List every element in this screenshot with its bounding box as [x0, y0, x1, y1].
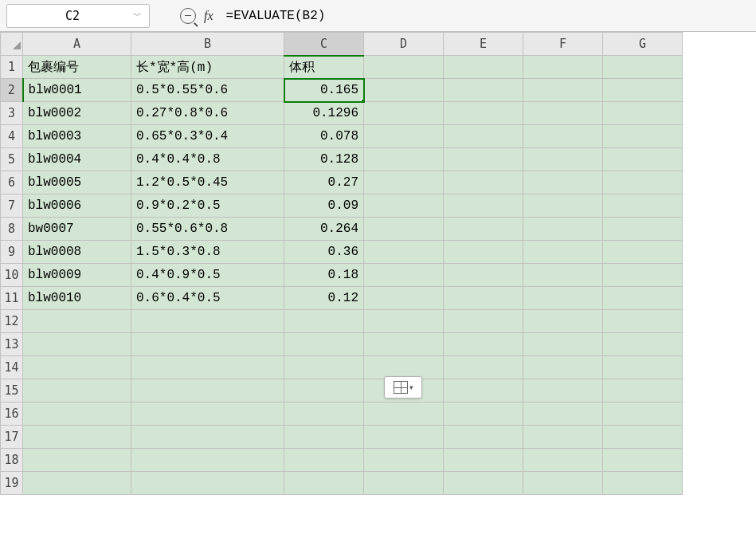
cell-E16[interactable]: [444, 403, 523, 426]
cell-F10[interactable]: [523, 264, 603, 287]
cell-G1[interactable]: [603, 56, 683, 79]
cell-C16[interactable]: [284, 403, 364, 426]
cell-A17[interactable]: [23, 426, 131, 449]
row-header[interactable]: 11: [1, 287, 23, 310]
cell-D18[interactable]: [364, 449, 444, 472]
cell-D19[interactable]: [364, 472, 444, 495]
cell-E17[interactable]: [444, 426, 523, 449]
cell-G10[interactable]: [603, 264, 683, 287]
cell-C5[interactable]: 0.128: [284, 148, 364, 171]
cell-A13[interactable]: [23, 333, 131, 356]
cell-G3[interactable]: [603, 102, 683, 125]
cell-G18[interactable]: [603, 449, 683, 472]
row-header[interactable]: 7: [1, 194, 23, 218]
cell-A6[interactable]: blw0005: [23, 171, 131, 194]
cell-F7[interactable]: [523, 194, 603, 218]
cell-F14[interactable]: [523, 356, 603, 379]
row-header[interactable]: 9: [1, 241, 23, 264]
cell-G5[interactable]: [603, 148, 683, 171]
chevron-down-icon[interactable]: ▾: [409, 383, 413, 391]
cell-D12[interactable]: [364, 310, 444, 333]
fill-handle[interactable]: [361, 99, 364, 102]
cell-C12[interactable]: [284, 310, 364, 333]
cell-C14[interactable]: [284, 356, 364, 379]
row-header[interactable]: 17: [1, 426, 23, 449]
cell-F9[interactable]: [523, 241, 603, 264]
cell-B17[interactable]: [131, 426, 284, 449]
cell-C19[interactable]: [284, 472, 364, 495]
cell-F8[interactable]: [523, 218, 603, 241]
cell-C13[interactable]: [284, 333, 364, 356]
cell-F19[interactable]: [523, 472, 603, 495]
column-header-F[interactable]: F: [523, 33, 603, 56]
cell-A16[interactable]: [23, 403, 131, 426]
cell-A5[interactable]: blw0004: [23, 148, 131, 171]
cell-C18[interactable]: [284, 449, 364, 472]
cell-B13[interactable]: [131, 333, 284, 356]
cell-E2[interactable]: [444, 79, 523, 102]
cell-D3[interactable]: [364, 102, 444, 125]
cell-B18[interactable]: [131, 449, 284, 472]
cell-G6[interactable]: [603, 171, 683, 194]
cell-D9[interactable]: [364, 241, 444, 264]
cell-D2[interactable]: [364, 79, 444, 102]
cell-C2[interactable]: 0.165: [284, 79, 364, 102]
cell-C8[interactable]: 0.264: [284, 218, 364, 241]
cell-A9[interactable]: blw0008: [23, 241, 131, 264]
cell-F1[interactable]: [523, 56, 603, 79]
cell-G4[interactable]: [603, 125, 683, 148]
cell-A10[interactable]: blw0009: [23, 264, 131, 287]
row-header[interactable]: 5: [1, 148, 23, 171]
cell-D6[interactable]: [364, 171, 444, 194]
cell-D10[interactable]: [364, 264, 444, 287]
cell-D7[interactable]: [364, 194, 444, 218]
cell-E4[interactable]: [444, 125, 523, 148]
cell-G9[interactable]: [603, 241, 683, 264]
cell-F16[interactable]: [523, 403, 603, 426]
column-header-G[interactable]: G: [603, 33, 683, 56]
cell-C11[interactable]: 0.12: [284, 287, 364, 310]
cell-B5[interactable]: 0.4*0.4*0.8: [131, 148, 284, 171]
zoom-out-icon[interactable]: [180, 8, 196, 24]
cell-E7[interactable]: [444, 194, 523, 218]
cell-D8[interactable]: [364, 218, 444, 241]
cell-G17[interactable]: [603, 426, 683, 449]
cell-A12[interactable]: [23, 310, 131, 333]
formula-input[interactable]: [220, 4, 750, 28]
row-header[interactable]: 14: [1, 356, 23, 379]
cell-B2[interactable]: 0.5*0.55*0.6: [131, 79, 284, 102]
cell-E5[interactable]: [444, 148, 523, 171]
column-header-E[interactable]: E: [444, 33, 523, 56]
row-header[interactable]: 10: [1, 264, 23, 287]
row-header[interactable]: 1: [1, 56, 23, 79]
cell-E10[interactable]: [444, 264, 523, 287]
cell-C10[interactable]: 0.18: [284, 264, 364, 287]
cell-D13[interactable]: [364, 333, 444, 356]
cell-C7[interactable]: 0.09: [284, 194, 364, 218]
cell-C3[interactable]: 0.1296: [284, 102, 364, 125]
name-box[interactable]: C2 ﹀: [6, 4, 150, 28]
cell-E8[interactable]: [444, 218, 523, 241]
cell-D4[interactable]: [364, 125, 444, 148]
row-header[interactable]: 16: [1, 403, 23, 426]
cell-G2[interactable]: [603, 79, 683, 102]
cell-A4[interactable]: blw0003: [23, 125, 131, 148]
cell-A18[interactable]: [23, 449, 131, 472]
cell-B1[interactable]: 长*宽*高(m): [131, 56, 284, 79]
column-header-C[interactable]: C: [284, 33, 364, 56]
cell-B8[interactable]: 0.55*0.6*0.8: [131, 218, 284, 241]
cell-G16[interactable]: [603, 403, 683, 426]
cell-E9[interactable]: [444, 241, 523, 264]
cell-A8[interactable]: bw0007: [23, 218, 131, 241]
column-header-A[interactable]: A: [23, 33, 131, 56]
cell-B7[interactable]: 0.9*0.2*0.5: [131, 194, 284, 218]
fx-label[interactable]: fx: [204, 9, 213, 23]
row-header[interactable]: 15: [1, 379, 23, 403]
cell-B6[interactable]: 1.2*0.5*0.45: [131, 171, 284, 194]
row-header[interactable]: 8: [1, 218, 23, 241]
cell-D11[interactable]: [364, 287, 444, 310]
cell-E12[interactable]: [444, 310, 523, 333]
cell-E13[interactable]: [444, 333, 523, 356]
cell-B11[interactable]: 0.6*0.4*0.5: [131, 287, 284, 310]
cell-B14[interactable]: [131, 356, 284, 379]
